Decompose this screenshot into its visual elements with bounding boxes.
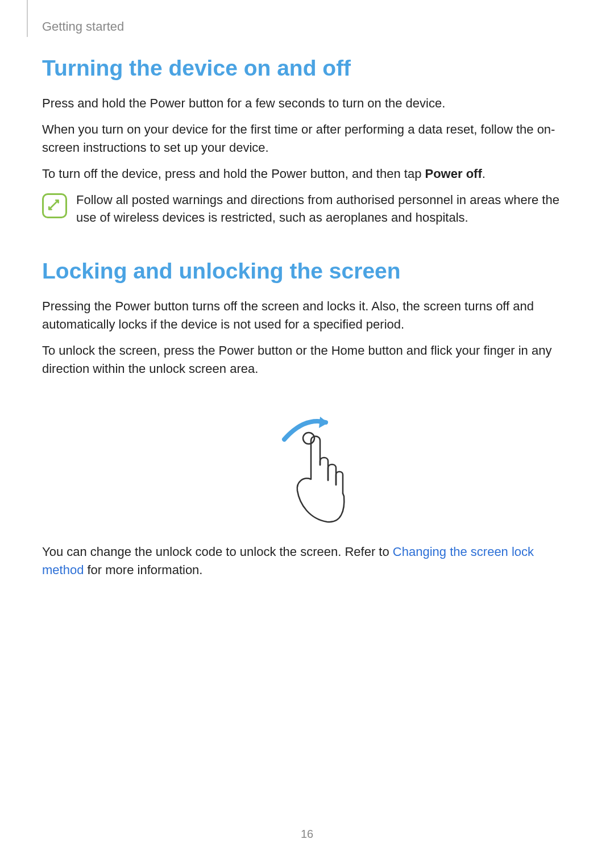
note-icon: [42, 193, 67, 218]
text-changecode-post: for more information.: [84, 563, 202, 577]
paragraph-power-off: To turn off the device, press and hold t…: [42, 165, 572, 183]
heading-turning-device: Turning the device on and off: [42, 56, 572, 81]
text-poweroff-post: .: [482, 167, 486, 181]
text-poweroff-pre: To turn off the device, press and hold t…: [42, 167, 425, 181]
header-section-title: Getting started: [42, 19, 124, 34]
heading-locking-unlocking: Locking and unlocking the screen: [42, 259, 572, 284]
paragraph-unlock-instructions: To unlock the screen, press the Power bu…: [42, 342, 572, 378]
note-text-warnings: Follow all posted warnings and direction…: [76, 191, 572, 227]
text-changecode-pre: You can change the unlock code to unlock…: [42, 545, 393, 559]
paragraph-first-time-setup: When you turn on your device for the fir…: [42, 121, 572, 157]
note-block-warnings: Follow all posted warnings and direction…: [42, 191, 572, 227]
page-number: 16: [301, 828, 313, 841]
paragraph-change-unlock-code: You can change the unlock code to unlock…: [42, 543, 572, 579]
text-poweroff-bold: Power off: [425, 167, 482, 181]
flick-gesture-illustration: [42, 405, 572, 525]
page-content: Turning the device on and off Press and …: [0, 0, 614, 579]
svg-point-0: [303, 433, 314, 444]
paragraph-lock-behavior: Pressing the Power button turns off the …: [42, 297, 572, 334]
page-margin-mark: [27, 0, 28, 37]
paragraph-power-on: Press and hold the Power button for a fe…: [42, 94, 572, 113]
